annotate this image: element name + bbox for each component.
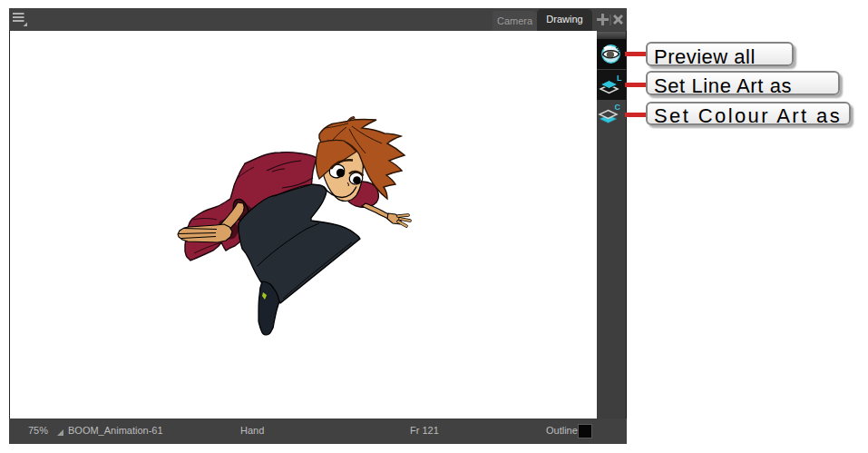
svg-text:C: C — [615, 103, 621, 112]
svg-text:L: L — [617, 74, 622, 83]
